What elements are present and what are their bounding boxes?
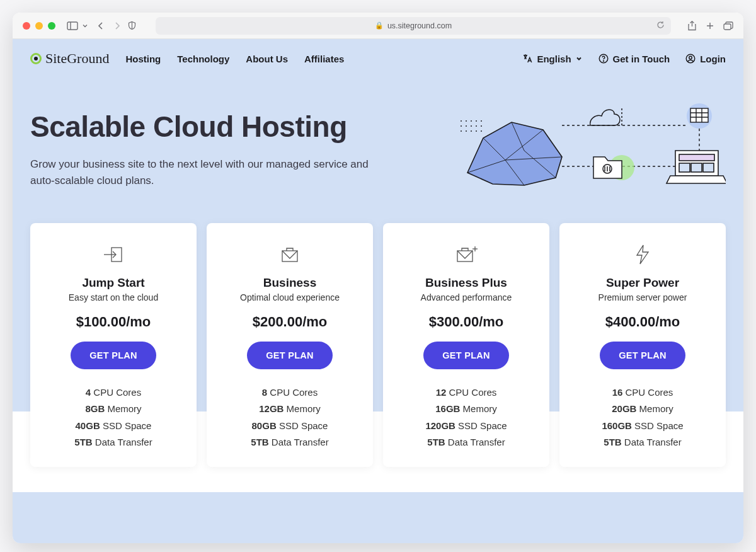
svg-point-35: [481, 130, 482, 132]
page-title: Scalable Cloud Hosting: [30, 110, 436, 144]
plan-price: $300.00/mo: [429, 314, 504, 330]
url-bar[interactable]: 🔒 us.siteground.com: [156, 17, 671, 35]
url-text: us.siteground.com: [387, 21, 452, 30]
site-nav: SiteGround Hosting Technology About Us A…: [13, 39, 743, 78]
plan-name: Super Power: [606, 276, 679, 290]
plan-price: $100.00/mo: [76, 314, 151, 330]
plan-card-business: Business Optimal cloud experience $200.0…: [207, 223, 373, 467]
svg-rect-0: [67, 22, 77, 30]
close-window-button[interactable]: [23, 22, 30, 30]
hero-section: Scalable Cloud Hosting Grow your busines…: [13, 78, 743, 223]
plan-name: Business Plus: [425, 276, 507, 290]
pricing-plans: Jump Start Easy start on the cloud $100.…: [13, 223, 743, 492]
get-plan-button[interactable]: GET PLAN: [247, 342, 333, 369]
login-label: Login: [700, 54, 726, 64]
svg-rect-47: [282, 251, 297, 262]
plan-subtitle: Premium server power: [598, 292, 687, 302]
enter-icon: [102, 242, 125, 267]
nav-about[interactable]: About Us: [246, 54, 288, 64]
plan-features: 4 CPU Cores 8GB Memory 40GB SSD Space 5T…: [74, 384, 152, 451]
get-plan-button[interactable]: GET PLAN: [423, 342, 509, 369]
share-icon[interactable]: [687, 21, 697, 31]
chevron-down-icon: [575, 55, 583, 62]
plan-card-super-power: Super Power Premium server power $400.00…: [559, 223, 726, 467]
plan-features: 12 CPU Cores 16GB Memory 120GB SSD Space…: [425, 384, 507, 451]
plan-subtitle: Easy start on the cloud: [69, 292, 158, 302]
plan-name: Jump Start: [82, 276, 144, 290]
nav-utilities: English Get in Touch Login: [522, 53, 726, 64]
plan-name: Business: [263, 276, 316, 290]
help-icon: [598, 53, 609, 64]
plan-subtitle: Advanced performance: [421, 292, 512, 302]
svg-point-23: [471, 120, 472, 122]
logo-swirl-icon: [30, 53, 42, 64]
plan-features: 16 CPU Cores 20GB Memory 160GB SSD Space…: [602, 384, 683, 451]
get-in-touch-link[interactable]: Get in Touch: [598, 53, 670, 64]
plan-price: $400.00/mo: [605, 314, 680, 330]
plan-card-jump-start: Jump Start Easy start on the cloud $100.…: [30, 223, 197, 467]
svg-point-26: [461, 125, 462, 127]
back-button[interactable]: [97, 21, 105, 30]
svg-marker-20: [467, 122, 562, 185]
svg-point-28: [471, 125, 472, 127]
new-tab-icon[interactable]: [706, 21, 714, 30]
tabs-icon[interactable]: [723, 21, 733, 30]
briefcase-icon: [278, 242, 301, 267]
svg-point-33: [471, 130, 472, 132]
svg-rect-43: [691, 163, 702, 172]
get-in-touch-label: Get in Touch: [613, 54, 670, 64]
nav-technology[interactable]: Technology: [177, 54, 229, 64]
lock-icon: 🔒: [375, 21, 384, 30]
page-subtitle: Grow your business site to the next leve…: [30, 156, 383, 190]
hero-illustration: [449, 91, 726, 204]
shield-icon[interactable]: [127, 21, 137, 30]
language-selector[interactable]: English: [522, 53, 582, 64]
get-plan-button[interactable]: GET PLAN: [600, 342, 685, 369]
chevron-down-icon[interactable]: [82, 23, 88, 29]
svg-rect-44: [703, 163, 714, 172]
svg-rect-5: [724, 24, 731, 30]
nav-hosting[interactable]: Hosting: [125, 54, 161, 64]
svg-marker-51: [637, 245, 648, 264]
logo-text: SiteGround: [45, 50, 109, 67]
login-link[interactable]: Login: [685, 53, 726, 64]
nav-links: Hosting Technology About Us Affiliates: [125, 54, 344, 64]
briefcase-plus-icon: [454, 242, 479, 267]
svg-point-21: [461, 120, 462, 122]
language-label: English: [537, 54, 571, 64]
site-logo[interactable]: SiteGround: [30, 50, 109, 67]
reload-icon[interactable]: [656, 21, 665, 31]
get-plan-button[interactable]: GET PLAN: [71, 342, 156, 369]
svg-point-31: [461, 130, 462, 132]
svg-point-7: [603, 60, 604, 61]
window-controls: [23, 22, 55, 30]
plan-subtitle: Optimal cloud experience: [240, 292, 340, 302]
svg-point-9: [689, 56, 692, 59]
plan-features: 8 CPU Cores 12GB Memory 80GB SSD Space 5…: [251, 384, 328, 451]
svg-point-22: [466, 120, 467, 122]
sidebar-toggle-icon[interactable]: [67, 21, 78, 30]
lightning-icon: [634, 242, 651, 267]
svg-rect-42: [679, 163, 690, 172]
page-content: SiteGround Hosting Technology About Us A…: [13, 39, 743, 543]
svg-point-32: [466, 130, 467, 132]
plan-price: $200.00/mo: [253, 314, 328, 330]
svg-point-34: [476, 130, 477, 132]
browser-window: 🔒 us.siteground.com SiteGround: [13, 13, 743, 543]
user-icon: [685, 53, 696, 64]
svg-point-25: [481, 120, 482, 122]
translate-icon: [522, 53, 533, 64]
forward-button[interactable]: [113, 21, 121, 30]
svg-point-30: [481, 125, 482, 127]
nav-affiliates[interactable]: Affiliates: [304, 54, 344, 64]
svg-rect-41: [679, 154, 714, 161]
minimize-window-button[interactable]: [35, 22, 43, 30]
maximize-window-button[interactable]: [48, 22, 55, 30]
svg-rect-48: [457, 251, 472, 262]
svg-point-29: [476, 125, 477, 127]
plan-card-business-plus: Business Plus Advanced performance $300.…: [383, 223, 549, 467]
svg-rect-12: [690, 108, 708, 122]
svg-point-27: [466, 125, 467, 127]
svg-point-24: [476, 120, 477, 122]
browser-titlebar: 🔒 us.siteground.com: [13, 13, 743, 39]
